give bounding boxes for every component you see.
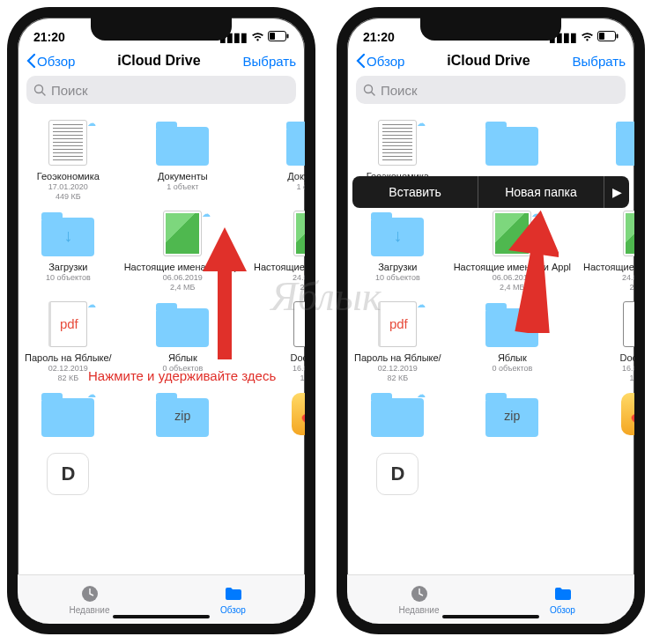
svg-line-11 [372,93,375,96]
cloud-icon: ☁︎ [87,300,96,310]
home-indicator[interactable] [113,615,210,618]
file-item[interactable]: 🎸☁︎ [250,389,305,442]
context-paste[interactable]: Вставить [352,185,478,199]
file-item[interactable]: D [351,449,445,502]
folder-item[interactable] [450,389,574,442]
phone-right: 21:20 ▮▮▮▮ Обзор iCloud Drive Выбрать По… [337,7,645,634]
file-item[interactable]: pdf☁︎ Пароль на Яблыке/ 02.12.2019 82 КБ [351,300,445,383]
folder-item[interactable]: Документы 1 объект [121,118,245,202]
svg-marker-5 [203,227,247,359]
folder-icon [224,584,243,603]
cloud-icon: ☁︎ [417,118,426,129]
back-button[interactable]: Обзор [356,54,404,69]
svg-rect-1 [287,34,289,39]
page-title: iCloud Drive [117,53,200,69]
phone-left: 21:20 ▮▮▮▮ Обзор iCloud Drive Выбрать По… [7,7,315,634]
folder-item[interactable]: Документы 1 объект [250,118,305,202]
search-icon [33,84,46,96]
nav-bar: Обзор iCloud Drive Выбрать [18,49,305,76]
svg-line-4 [42,93,46,96]
folder-item[interactable] [121,389,245,442]
annotation-arrow [203,227,247,359]
folder-item[interactable]: ☁︎ [351,389,445,442]
folder-item[interactable]: ☁︎ [21,389,115,442]
cloud-icon: ☁︎ [202,209,211,219]
file-item[interactable]: ☁︎ Настоящие имена...Appl 2 24.07.2019 2… [580,209,634,292]
context-more[interactable]: ▶ [604,185,629,199]
battery-icon [268,30,289,44]
annotation-arrow [506,210,559,333]
svg-rect-2 [270,33,275,40]
search-icon [363,84,375,96]
home-indicator[interactable] [442,615,539,618]
notch [420,18,561,41]
file-item[interactable]: Document 16.05.2019 1,4 МБ [580,300,634,383]
battery-icon [597,30,619,44]
folder-item[interactable]: Загрузки 10 объектов [21,209,115,292]
status-time: 21:20 [33,30,65,44]
back-label: Обзор [367,54,404,69]
chevron-left-icon [356,54,365,68]
annotation-text: Нажмите и удерживайте здесь [88,368,276,384]
select-button[interactable]: Выбрать [573,54,626,69]
search-input[interactable]: Поиск [26,76,296,104]
cloud-icon: ☁︎ [87,389,96,400]
status-time: 21:20 [363,30,395,44]
clock-icon [80,584,100,603]
file-item[interactable]: 🎸☁︎ [580,389,634,442]
file-item[interactable]: ☁︎ Настоящие имена...Appl 2 24.07.2019 2… [250,209,305,292]
back-label: Обзор [37,54,75,69]
svg-rect-8 [617,34,619,39]
cloud-icon: ☁︎ [417,389,426,400]
svg-marker-12 [506,210,559,333]
clock-icon [410,584,429,603]
cloud-icon: ☁︎ [417,300,426,310]
context-menu: Вставить Новая папка ▶ [352,176,629,208]
wifi-icon [581,30,594,44]
search-placeholder: Поиск [51,83,88,98]
notch [91,18,232,41]
svg-rect-9 [599,33,604,40]
search-input[interactable]: Поиск [356,76,626,104]
folder-icon [553,584,573,603]
content[interactable]: ☁︎ Геоэкономика 17.01.2020 449 КБ Докуме… [18,113,305,592]
wifi-icon [251,30,264,44]
cloud-icon: ☁︎ [87,118,96,129]
select-button[interactable]: Выбрать [243,54,296,69]
context-new-folder[interactable]: Новая папка [478,185,604,199]
back-button[interactable]: Обзор [26,54,75,69]
file-item[interactable]: D [21,449,115,502]
chevron-left-icon [26,54,35,68]
content[interactable]: ☁︎ Геоэкономика 17.01.2020 449 КБ Загруз… [347,113,634,592]
folder-item[interactable]: Загрузки 10 объектов [351,209,445,292]
page-title: iCloud Drive [447,53,530,69]
search-placeholder: Поиск [381,83,418,98]
nav-bar: Обзор iCloud Drive Выбрать [347,49,634,76]
file-item[interactable]: ☁︎ Геоэкономика 17.01.2020 449 КБ [21,118,115,202]
